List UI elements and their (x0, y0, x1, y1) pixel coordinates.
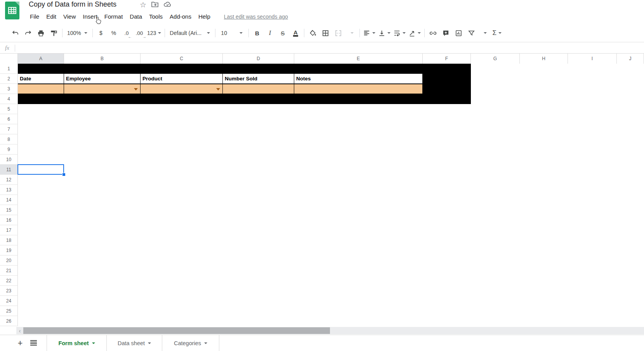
sheets-logo-icon[interactable] (5, 2, 19, 19)
fill-handle[interactable] (62, 173, 66, 176)
row-header-24[interactable]: 24 (0, 296, 18, 306)
column-header-i[interactable]: I (568, 54, 617, 64)
print-button[interactable] (36, 28, 46, 38)
spreadsheet-canvas[interactable]: 1234567891011121314151617181920212223242… (0, 64, 644, 326)
bold-button[interactable]: B (252, 28, 262, 38)
row-header-4[interactable]: 4 (0, 94, 18, 104)
row-header-21[interactable]: 21 (0, 266, 18, 276)
all-sheets-menu-icon[interactable] (30, 340, 37, 346)
column-header-c[interactable]: C (141, 54, 223, 64)
row-header-16[interactable]: 16 (0, 215, 18, 225)
form-black-band[interactable] (18, 64, 471, 104)
horizontal-scrollbar[interactable]: ‹ (16, 327, 644, 334)
menu-file[interactable]: File (26, 12, 43, 21)
row-header-25[interactable]: 25 (0, 306, 18, 316)
tab-data-sheet[interactable]: Data sheet (107, 335, 162, 351)
decrease-decimal-button[interactable]: .0← (122, 28, 132, 38)
format-currency-button[interactable]: $ (96, 28, 106, 38)
move-to-folder-icon[interactable] (151, 1, 159, 9)
form-header-cell-product[interactable]: Product (141, 74, 222, 83)
undo-button[interactable] (10, 28, 20, 38)
horizontal-align-button[interactable] (363, 28, 375, 38)
strikethrough-button[interactable]: S (278, 28, 288, 38)
last-edit-link[interactable]: Last edit was seconds ago (224, 14, 288, 20)
row-header-3[interactable]: 3 (0, 84, 18, 94)
form-input-cell-employee[interactable] (64, 84, 140, 94)
tab-form-sheet[interactable]: Form sheet (47, 335, 107, 351)
insert-comment-button[interactable] (441, 28, 451, 38)
zoom-select[interactable]: 100% (66, 28, 89, 38)
dropdown-arrow-icon[interactable] (216, 88, 220, 90)
row-header-1[interactable]: 1 (0, 64, 18, 74)
insert-chart-button[interactable] (453, 28, 463, 38)
row-header-6[interactable]: 6 (0, 114, 18, 124)
font-select[interactable]: Default (Ari... (168, 28, 212, 38)
increase-decimal-button[interactable]: .00→ (134, 28, 144, 38)
form-header-cell-number-sold[interactable]: Number Sold (223, 74, 294, 83)
insert-link-button[interactable] (428, 28, 438, 38)
menu-edit[interactable]: Edit (43, 12, 60, 21)
row-header-8[interactable]: 8 (0, 134, 18, 144)
row-header-10[interactable]: 10 (0, 155, 18, 165)
form-input-cell-product[interactable] (141, 84, 222, 94)
functions-button[interactable]: Σ (492, 28, 502, 38)
create-filter-button[interactable] (466, 28, 476, 38)
menu-add-ons[interactable]: Add-ons (166, 12, 195, 21)
row-header-15[interactable]: 15 (0, 205, 18, 215)
add-sheet-button[interactable]: + (15, 335, 26, 351)
scrollbar-thumb[interactable] (23, 327, 330, 334)
fill-color-button[interactable] (307, 28, 318, 38)
menu-view[interactable]: View (60, 12, 79, 21)
form-input-cell-date[interactable] (18, 84, 64, 94)
form-input-cell-number-sold[interactable] (223, 84, 294, 94)
merge-cells-button[interactable] (333, 28, 343, 38)
borders-button[interactable] (320, 28, 330, 38)
text-wrap-button[interactable] (393, 28, 406, 38)
font-size-select[interactable]: 10 (219, 28, 245, 38)
menu-insert[interactable]: Insert (79, 12, 101, 21)
format-percent-button[interactable]: % (109, 28, 119, 38)
column-header-b[interactable]: B (64, 54, 141, 64)
vertical-align-button[interactable] (378, 28, 391, 38)
form-header-cell-employee[interactable]: Employee (64, 74, 140, 83)
column-header-d[interactable]: D (223, 54, 294, 64)
column-header-a[interactable]: A (18, 54, 64, 64)
row-header-23[interactable]: 23 (0, 286, 18, 296)
dropdown-arrow-icon[interactable] (134, 88, 138, 90)
column-header-e[interactable]: E (294, 54, 423, 64)
form-input-cell-notes[interactable] (294, 84, 422, 94)
document-title[interactable]: Copy of Data form in Sheets (29, 0, 116, 9)
row-header-19[interactable]: 19 (0, 245, 18, 255)
row-header-26[interactable]: 26 (0, 316, 18, 326)
row-header-13[interactable]: 13 (0, 185, 18, 195)
menu-data[interactable]: Data (126, 12, 146, 21)
form-header-cell-notes[interactable]: Notes (294, 74, 422, 83)
select-all-corner[interactable] (0, 54, 18, 64)
menu-help[interactable]: Help (195, 12, 214, 21)
row-header-2[interactable]: 2 (0, 74, 18, 84)
italic-button[interactable]: I (265, 28, 275, 38)
selected-cell-a11[interactable] (17, 164, 64, 175)
scroll-left-arrow[interactable]: ‹ (16, 327, 23, 334)
text-color-button[interactable]: A (290, 28, 300, 38)
row-header-5[interactable]: 5 (0, 104, 18, 114)
column-header-j[interactable]: J (617, 54, 644, 64)
formula-input[interactable] (15, 43, 644, 53)
row-header-18[interactable]: 18 (0, 235, 18, 245)
menu-format[interactable]: Format (101, 12, 127, 21)
row-header-11[interactable]: 11 (0, 165, 18, 175)
tab-categories[interactable]: Categories (162, 335, 219, 351)
row-header-14[interactable]: 14 (0, 195, 18, 205)
more-formats-button[interactable]: 123 (147, 28, 161, 38)
form-header-cell-date[interactable]: Date (18, 74, 64, 83)
filter-views-dropdown[interactable] (479, 28, 489, 38)
merge-cells-dropdown[interactable] (346, 28, 356, 38)
row-header-22[interactable]: 22 (0, 276, 18, 286)
row-header-9[interactable]: 9 (0, 144, 18, 155)
row-header-20[interactable]: 20 (0, 255, 18, 266)
text-rotation-button[interactable] (408, 28, 421, 38)
row-header-7[interactable]: 7 (0, 124, 18, 134)
row-header-12[interactable]: 12 (0, 175, 18, 185)
column-header-h[interactable]: H (520, 54, 568, 64)
cloud-saved-icon[interactable] (163, 1, 172, 9)
